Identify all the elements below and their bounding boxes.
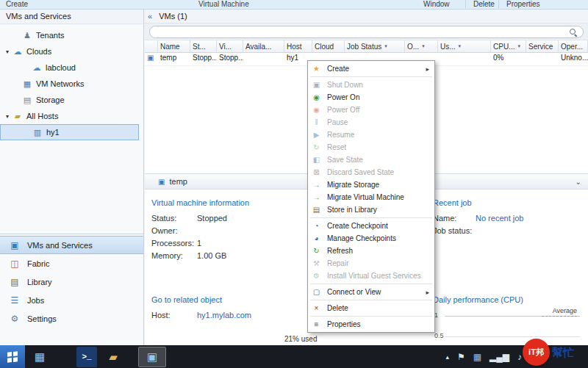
menu-item-resume: ▶ Resume: [308, 129, 434, 141]
list-pane-header: « VMs (1): [145, 10, 588, 24]
navigation-pane-title: VMs and Services: [0, 10, 143, 24]
tree-item-labcloud[interactable]: ☁ labcloud: [0, 59, 139, 76]
nav-item-settings[interactable]: ⚙ Settings: [0, 309, 143, 328]
column-header-blank[interactable]: [145, 40, 158, 52]
menu-item-save-state: ◧ Save State: [308, 154, 434, 166]
tree-item-storage[interactable]: ▤ Storage: [0, 92, 139, 108]
workspace-switcher: ▣ VMs and Services ◫ Fabric ▤ Library ☰ …: [0, 234, 143, 328]
chart-legend-average: Average: [553, 307, 577, 314]
related-field-host: Host: hy1.mylab.com: [151, 311, 251, 323]
ribbon-window-label[interactable]: Window: [423, 0, 450, 8]
save-state-icon: ◧: [311, 156, 322, 164]
menu-item-delete[interactable]: × Delete: [308, 302, 434, 314]
notification-flag-icon[interactable]: ⚑: [457, 352, 465, 362]
create-checkpoint-icon: ◔: [311, 222, 322, 230]
file-explorer-icon: ▰: [109, 350, 118, 364]
column-header-vi[interactable]: Vi...: [217, 40, 243, 52]
navigation-tree: ♟ Tenants ▾ ☁ Clouds ☁ labcloud ▦ VM Net…: [0, 24, 143, 140]
menu-separator: [310, 300, 432, 300]
menu-item-reset: ↻ Reset: [308, 141, 434, 154]
menu-item-pause: ‖ Pause: [308, 116, 434, 129]
collapse-details-icon[interactable]: ⌄: [576, 178, 581, 186]
ribbon-delete-label[interactable]: Delete: [465, 0, 495, 8]
volume-icon[interactable]: ♪: [517, 352, 522, 362]
column-header-service[interactable]: Service: [526, 40, 559, 52]
taskbar-app-powershell[interactable]: >_: [76, 347, 97, 367]
column-header-st[interactable]: St...: [190, 40, 217, 52]
start-button[interactable]: [0, 345, 25, 368]
resume-icon: ▶: [311, 131, 322, 139]
server-status-icon[interactable]: ▦: [473, 352, 481, 362]
tree-item-tenants[interactable]: ♟ Tenants: [0, 27, 139, 43]
nav-item-jobs[interactable]: ☰ Jobs: [0, 291, 143, 309]
tree-expander-icon[interactable]: ▾: [3, 113, 12, 120]
menu-item-migrate-virtual-machine[interactable]: → Migrate Virtual Machine: [308, 191, 434, 203]
chart-ytick-05: 0.5: [434, 332, 444, 339]
tree-item-hy1[interactable]: ▥ hy1: [0, 124, 139, 140]
itbang-watermark: iT邦 幫忙: [523, 336, 586, 367]
tree-item-vm-networks[interactable]: ▦ VM Networks: [0, 76, 139, 92]
taskbar: ▦ >_ ▰ ▣ ▴ ⚑▦▂▄▆♪: [0, 345, 588, 368]
column-header-availa[interactable]: Availa...: [243, 40, 284, 52]
menu-item-connect-or-view[interactable]: ▢ Connect or View: [308, 286, 434, 298]
menu-item-properties[interactable]: ≡ Properties: [308, 318, 434, 331]
powershell-icon: >_: [82, 353, 91, 361]
nav-item-vms-and-services[interactable]: ▣ VMs and Services: [0, 236, 143, 254]
cloud-icon: ☁: [31, 63, 43, 73]
power-on-icon: ◉: [311, 93, 322, 101]
nav-item-library[interactable]: ▤ Library: [0, 273, 143, 291]
window-title: Virtual Machine: [198, 0, 249, 8]
cell-unkno: Unkno...: [559, 53, 588, 65]
nav-item-fabric[interactable]: ◫ Fabric: [0, 254, 143, 273]
taskbar-app-file-explorer[interactable]: ▰: [103, 347, 123, 367]
repair-icon: ⚒: [311, 259, 322, 267]
tree-item-all-hosts[interactable]: ▾ ▰ All Hosts: [0, 108, 139, 124]
ribbon-create-label[interactable]: Create: [6, 0, 28, 8]
vm-info-field-owner: Owner:: [151, 226, 249, 239]
column-header-us[interactable]: Us...: [438, 40, 491, 52]
taskbar-app-server-manager[interactable]: ▦: [29, 347, 50, 367]
vmm-console-icon: ▣: [147, 350, 157, 364]
cell-blank: [438, 53, 491, 65]
column-header-o[interactable]: O...: [405, 40, 438, 52]
vm-info-field-processors: Processors: 1: [151, 239, 249, 251]
menu-item-manage-checkpoints[interactable]: ◕ Manage Checkpoints: [308, 232, 434, 245]
menu-item-refresh[interactable]: ↻ Refresh: [308, 245, 434, 257]
cell-0: 0%: [491, 53, 526, 65]
menu-item-migrate-storage[interactable]: → Migrate Storage: [308, 178, 434, 191]
network-icon[interactable]: ▂▄▆: [490, 352, 509, 362]
column-header-name[interactable]: Name: [158, 40, 190, 52]
shut-down-icon: ▣: [311, 81, 322, 89]
store-in-library-icon: ▤: [311, 206, 322, 214]
menu-item-create[interactable]: ★ Create: [308, 62, 434, 75]
column-header-job-status[interactable]: Job Status: [345, 40, 405, 52]
vm-icon: ▣: [158, 178, 165, 186]
column-header-cpu[interactable]: CPU...: [491, 40, 526, 52]
menu-item-store-in-library[interactable]: ▤ Store in Library: [308, 203, 434, 216]
menu-separator: [310, 76, 432, 77]
chart-legend-line: [542, 316, 577, 317]
recent-job-field-job-status: Job status:: [433, 226, 523, 239]
tree-item-clouds[interactable]: ▾ ☁ Clouds: [0, 43, 139, 59]
collapse-pane-icon[interactable]: «: [148, 12, 152, 21]
taskbar-app-vmm-console[interactable]: ▣: [138, 347, 166, 367]
menu-item-power-on[interactable]: ◉ Power On: [308, 91, 434, 104]
host-server-icon: ▥: [32, 128, 43, 137]
column-header-cloud[interactable]: Cloud: [312, 40, 345, 52]
install-virtual-guest-services-icon: ⚙: [311, 272, 322, 280]
menu-item-create-checkpoint[interactable]: ◔ Create Checkpoint: [308, 220, 434, 232]
jobs-icon: ☰: [9, 295, 21, 306]
fabric-icon: ◫: [9, 259, 21, 269]
manage-checkpoints-icon: ◕: [311, 234, 322, 242]
vms-and-services-icon: ▣: [9, 240, 21, 250]
vm-networks-icon: ▦: [21, 79, 33, 89]
show-hidden-icons-chevron[interactable]: ▴: [445, 353, 449, 361]
menu-item-power-off: ◉ Power Off: [308, 104, 434, 116]
discard-saved-state-icon: ⊠: [311, 168, 322, 176]
recent-job-field-name: Name: No recent job: [433, 214, 523, 226]
column-header-host[interactable]: Host: [284, 40, 312, 52]
ribbon-properties-label[interactable]: Properties: [498, 0, 540, 8]
tree-expander-icon[interactable]: ▾: [3, 48, 12, 55]
column-header-oper[interactable]: Oper...: [559, 40, 588, 52]
vm-filter-input[interactable]: [156, 26, 565, 37]
